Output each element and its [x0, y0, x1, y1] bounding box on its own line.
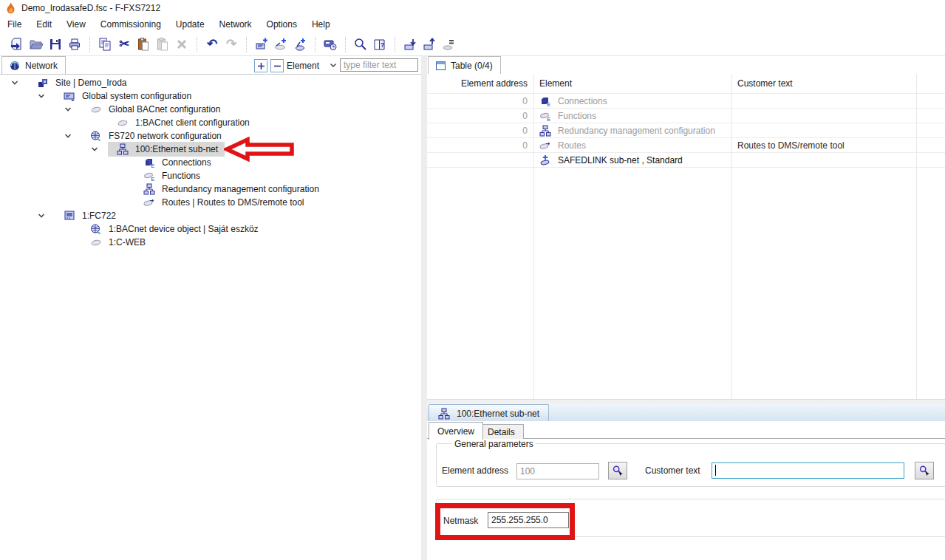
- column-divider[interactable]: [533, 74, 534, 399]
- tree-item-label: 100:Ethernet sub-net: [135, 143, 218, 156]
- chevron-expanded-icon[interactable]: [90, 145, 99, 154]
- delete-icon[interactable]: [172, 35, 191, 53]
- menu-options[interactable]: Options: [259, 17, 304, 32]
- connections-icon: E: [539, 95, 551, 107]
- system-configuration-icon: [64, 90, 75, 102]
- convert-icon[interactable]: [321, 35, 340, 53]
- redo-icon[interactable]: ↷: [222, 35, 241, 53]
- save-icon[interactable]: [46, 35, 65, 53]
- table-row[interactable]: 0 EFunctions: [427, 109, 945, 123]
- tree-item-bacnet-device-object[interactable]: 1:BACnet device object | Saját eszköz: [0, 222, 421, 236]
- tree-item-connections[interactable]: E Connections: [0, 156, 421, 169]
- tab-ethernet-subnet[interactable]: 100:Ethernet sub-net: [429, 404, 549, 422]
- undo-icon[interactable]: ↶: [202, 35, 222, 53]
- column-divider[interactable]: [916, 74, 917, 399]
- cell-element: Functions: [558, 111, 596, 121]
- tree-item-routes[interactable]: Routes | Routes to DMS/remote tool: [0, 196, 421, 209]
- tree-item-fs720-network-configuration[interactable]: FS720 network configuration: [0, 129, 421, 143]
- table-row[interactable]: 0 EConnections: [427, 94, 945, 109]
- tree-item-label: 1:BACnet device object | Saját eszköz: [109, 222, 259, 236]
- add-element-icon[interactable]: [271, 35, 290, 53]
- filter-type-dropdown[interactable]: Element: [287, 59, 337, 72]
- tree-item-ethernet-subnet[interactable]: 100:Ethernet sub-net: [0, 143, 421, 156]
- svg-text:E: E: [151, 177, 155, 182]
- tree-item-label: Global system configuration: [82, 89, 191, 103]
- import-elements-icon[interactable]: [400, 35, 420, 53]
- menu-commissioning[interactable]: Commissioning: [93, 17, 168, 32]
- paste-special-icon[interactable]: [153, 35, 172, 53]
- tree-item-label: Site | Demo_Iroda: [55, 76, 127, 89]
- tree-item-global-system-configuration[interactable]: Global system configuration: [0, 89, 421, 103]
- search-icon[interactable]: [351, 35, 370, 53]
- table-panel-header: Table (0/4): [427, 56, 945, 75]
- tree-item-bacnet-client-configuration[interactable]: 1:BACnet client configuration: [0, 116, 421, 129]
- element-address-lookup-button[interactable]: [608, 462, 627, 479]
- table-header-row: Element address Element Customer text: [427, 74, 945, 94]
- column-divider[interactable]: [731, 74, 732, 399]
- print-icon[interactable]: [65, 35, 84, 53]
- toolbar-separator: [89, 37, 90, 52]
- vertical-splitter[interactable]: [421, 56, 427, 560]
- detail-subtabs: Overview Details: [427, 421, 945, 439]
- reference-manual-icon[interactable]: ?: [370, 35, 389, 53]
- menu-network[interactable]: Network: [212, 17, 259, 32]
- element-address-input[interactable]: [516, 463, 599, 479]
- chevron-expanded-icon[interactable]: [64, 105, 72, 114]
- collapse-all-button[interactable]: [270, 59, 284, 72]
- network-tree: Site | Demo_Iroda Global system configur…: [0, 76, 421, 249]
- column-header-customer-text[interactable]: Customer text: [731, 78, 916, 89]
- cell-element-address: 0: [427, 126, 533, 136]
- import-project-icon[interactable]: [7, 35, 27, 53]
- annotation-arrow: [224, 137, 295, 162]
- cell-customer-text: Routes to DMS/remote tool: [731, 140, 916, 151]
- routes-icon: [539, 140, 551, 151]
- menu-help[interactable]: Help: [304, 17, 338, 32]
- tree-item-site[interactable]: Site | Demo_Iroda: [0, 76, 421, 89]
- compare-icon[interactable]: [439, 35, 458, 53]
- text-caret: [715, 465, 716, 476]
- tree-item-global-bacnet-configuration[interactable]: Global BACnet configuration: [0, 103, 421, 116]
- customer-text-lookup-button[interactable]: [915, 462, 934, 479]
- tab-network[interactable]: Network: [1, 56, 66, 74]
- filter-text-input[interactable]: [340, 58, 418, 72]
- tree-item-label: Functions: [162, 169, 200, 182]
- disc-icon: [90, 103, 102, 115]
- menu-view[interactable]: View: [59, 17, 93, 32]
- functions-icon: E: [539, 110, 551, 122]
- tab-table[interactable]: Table (0/4): [428, 56, 501, 74]
- filter-type-label: Element: [287, 61, 319, 71]
- add-element-wizard-icon[interactable]: [290, 35, 310, 53]
- tree-item-label: 1:BACnet client configuration: [135, 116, 250, 129]
- right-area: Table (0/4) Element address Element Cust…: [427, 56, 945, 560]
- copy-icon[interactable]: [95, 35, 115, 53]
- expand-all-button[interactable]: [254, 59, 267, 72]
- chevron-expanded-icon[interactable]: [37, 211, 46, 220]
- column-header-element[interactable]: Element: [533, 78, 731, 89]
- table-row-new-element[interactable]: SAFEDLINK sub-net , Standard: [427, 153, 945, 168]
- chevron-down-icon: [330, 63, 337, 68]
- open-icon[interactable]: [27, 35, 46, 53]
- functions-icon: E: [143, 170, 155, 182]
- tab-details[interactable]: Details: [479, 424, 524, 440]
- netmask-input[interactable]: [488, 512, 569, 528]
- tree-item-c-web[interactable]: 1:C-WEB: [0, 236, 421, 249]
- tree-item-functions[interactable]: E Functions: [0, 169, 421, 182]
- tree-item-fc722[interactable]: 1:FC722: [0, 209, 421, 222]
- chevron-expanded-icon[interactable]: [10, 78, 19, 87]
- paste-icon[interactable]: [134, 35, 153, 53]
- chevron-expanded-icon[interactable]: [64, 132, 72, 140]
- cut-icon[interactable]: ✂: [115, 35, 134, 53]
- chevron-expanded-icon[interactable]: [37, 92, 46, 100]
- table-row[interactable]: 0 Redundancy management configuration: [427, 123, 945, 138]
- menu-update[interactable]: Update: [168, 17, 212, 32]
- column-header-element-address[interactable]: Element address: [427, 78, 533, 89]
- customer-text-input[interactable]: [712, 462, 904, 479]
- add-station-icon[interactable]: [252, 35, 271, 53]
- table-row[interactable]: 0 Routes Routes to DMS/remote tool: [427, 138, 945, 153]
- tree-item-redundancy-management[interactable]: Redundancy management configuration: [0, 182, 421, 196]
- tab-overview[interactable]: Overview: [429, 422, 483, 440]
- menu-edit[interactable]: Edit: [29, 17, 59, 32]
- menu-file[interactable]: File: [0, 17, 29, 32]
- export-elements-icon[interactable]: [420, 35, 439, 53]
- table-panel: Table (0/4) Element address Element Cust…: [427, 56, 945, 399]
